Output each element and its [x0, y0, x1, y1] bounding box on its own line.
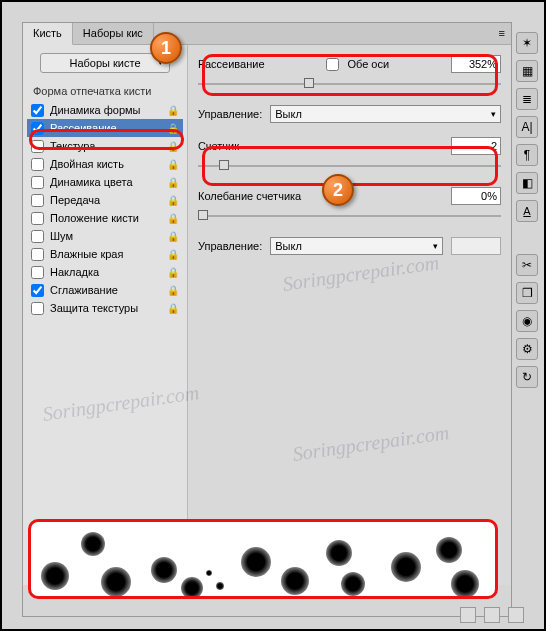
option-checkbox[interactable]	[31, 302, 44, 315]
count-jitter-label: Колебание счетчика	[198, 190, 301, 202]
tabs-bar: Кисть Наборы кис ≡	[23, 23, 511, 45]
option-checkbox[interactable]	[31, 212, 44, 225]
lock-icon[interactable]: 🔒	[167, 105, 179, 116]
option-label: Шум	[50, 230, 73, 242]
brush-option-row[interactable]: Передача🔒	[27, 191, 183, 209]
brush-option-row[interactable]: Накладка🔒	[27, 263, 183, 281]
brush-option-row[interactable]: Рассеивание🔒	[27, 119, 183, 137]
new-preset-icon[interactable]	[484, 607, 500, 623]
both-axes-checkbox[interactable]	[326, 58, 339, 71]
scatter-label: Рассеивание	[198, 58, 265, 70]
option-label: Влажные края	[50, 248, 123, 260]
lock-icon[interactable]: 🔒	[167, 249, 179, 260]
lock-icon[interactable]: 🔒	[167, 231, 179, 242]
callout-2: 2	[322, 174, 354, 206]
refresh-icon[interactable]: ↻	[516, 366, 538, 388]
lock-icon[interactable]: 🔒	[167, 195, 179, 206]
brush-option-row[interactable]: Текстура🔒	[27, 137, 183, 155]
callout-1: 1	[150, 32, 182, 64]
lock-icon[interactable]: 🔒	[167, 177, 179, 188]
layers-panel-icon[interactable]: ≣	[516, 88, 538, 110]
brush-option-row[interactable]: Положение кисти🔒	[27, 209, 183, 227]
brush-tip-shape-title[interactable]: Форма отпечатка кисти	[27, 81, 183, 101]
option-label: Двойная кисть	[50, 158, 124, 170]
lock-icon[interactable]: 🔒	[167, 141, 179, 152]
option-checkbox[interactable]	[31, 104, 44, 117]
scatter-control-select[interactable]: Выкл	[270, 105, 501, 123]
option-label: Положение кисти	[50, 212, 139, 224]
right-dock: ✶ ▦ ≣ A| ¶ ◧ A ✂ ❒ ◉ ⚙ ↻	[514, 22, 540, 388]
panel-footer	[460, 607, 524, 623]
brush-preview	[28, 519, 498, 599]
count-slider[interactable]	[198, 159, 501, 173]
type-panel-icon[interactable]: A	[516, 200, 538, 222]
brush-option-row[interactable]: Динамика цвета🔒	[27, 173, 183, 191]
scatter-slider[interactable]	[198, 77, 501, 91]
option-checkbox[interactable]	[31, 158, 44, 171]
count-value-input[interactable]	[451, 137, 501, 155]
option-checkbox[interactable]	[31, 176, 44, 189]
gear-icon[interactable]: ⚙	[516, 338, 538, 360]
character-panel-icon[interactable]: A|	[516, 116, 538, 138]
brush-option-row[interactable]: Динамика формы🔒	[27, 101, 183, 119]
option-checkbox[interactable]	[31, 140, 44, 153]
option-label: Динамика формы	[50, 104, 140, 116]
lock-icon[interactable]: 🔒	[167, 285, 179, 296]
scatter-control-label: Управление:	[198, 108, 262, 120]
control-extra-box[interactable]	[451, 237, 501, 255]
lock-icon[interactable]: 🔒	[167, 123, 179, 134]
scatter-settings: Рассеивание Обе оси Управление: Выкл	[188, 45, 511, 585]
brush-option-row[interactable]: Двойная кисть🔒	[27, 155, 183, 173]
tab-brush-presets[interactable]: Наборы кис	[73, 23, 154, 44]
trash-icon[interactable]	[508, 607, 524, 623]
option-checkbox[interactable]	[31, 284, 44, 297]
tab-brush[interactable]: Кисть	[23, 23, 73, 45]
toggle-preview-icon[interactable]	[460, 607, 476, 623]
option-label: Накладка	[50, 266, 99, 278]
swatches-panel-icon[interactable]: ▦	[516, 60, 538, 82]
lock-icon[interactable]: 🔒	[167, 267, 179, 278]
both-axes-label: Обе оси	[347, 58, 389, 70]
brush-option-row[interactable]: Шум🔒	[27, 227, 183, 245]
option-checkbox[interactable]	[31, 194, 44, 207]
lock-icon[interactable]: 🔒	[167, 159, 179, 170]
brush-panel-icon[interactable]: ✶	[516, 32, 538, 54]
option-label: Динамика цвета	[50, 176, 133, 188]
brush-options-sidebar: Наборы кисте Форма отпечатка кисти Динам…	[23, 45, 188, 585]
tools-icon[interactable]: ✂	[516, 254, 538, 276]
count-label: Счетчик	[198, 140, 239, 152]
brush-option-row[interactable]: Сглаживание🔒	[27, 281, 183, 299]
count-jitter-slider[interactable]	[198, 209, 501, 223]
scatter-value-input[interactable]	[451, 55, 501, 73]
panel-menu-icon[interactable]: ≡	[493, 23, 511, 44]
count-jitter-input[interactable]	[451, 187, 501, 205]
option-checkbox[interactable]	[31, 122, 44, 135]
tool-presets-icon[interactable]: ◧	[516, 172, 538, 194]
brush-presets-button[interactable]: Наборы кисте	[40, 53, 170, 73]
brush-option-row[interactable]: Влажные края🔒	[27, 245, 183, 263]
option-label: Рассеивание	[50, 122, 117, 134]
jitter-control-select[interactable]: Выкл	[270, 237, 443, 255]
jitter-control-label: Управление:	[198, 240, 262, 252]
option-label: Передача	[50, 194, 100, 206]
option-checkbox[interactable]	[31, 248, 44, 261]
option-checkbox[interactable]	[31, 266, 44, 279]
option-label: Сглаживание	[50, 284, 118, 296]
option-label: Защита текстуры	[50, 302, 138, 314]
option-checkbox[interactable]	[31, 230, 44, 243]
lock-icon[interactable]: 🔒	[167, 303, 179, 314]
paragraph-panel-icon[interactable]: ¶	[516, 144, 538, 166]
brush-option-row[interactable]: Защита текстуры🔒	[27, 299, 183, 317]
lock-icon[interactable]: 🔒	[167, 213, 179, 224]
3d-panel-icon[interactable]: ❒	[516, 282, 538, 304]
option-label: Текстура	[50, 140, 95, 152]
clone-panel-icon[interactable]: ◉	[516, 310, 538, 332]
